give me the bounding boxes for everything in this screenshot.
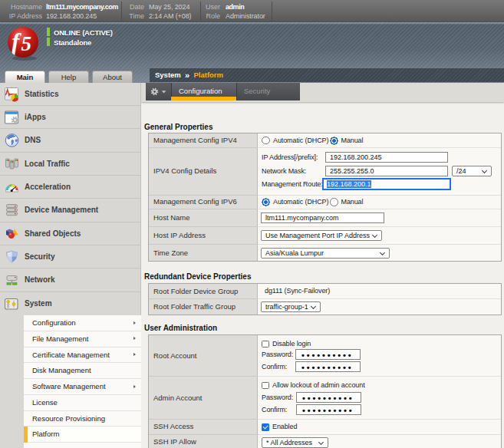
svg-text:5: 5 (21, 32, 32, 55)
